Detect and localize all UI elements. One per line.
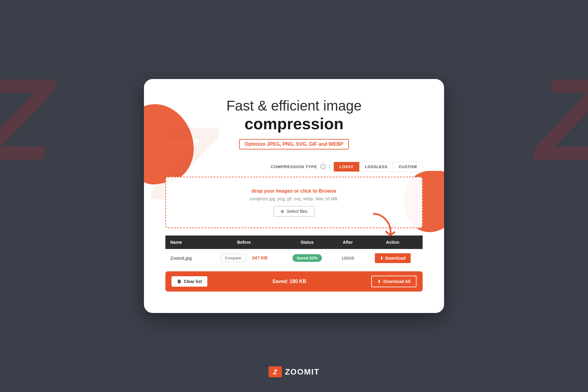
header-subtitle: Optimize JPEG, PNG, SVG, GIF and WEBP [239,139,349,149]
compression-type-group: LOSSY LOSSLESS CUSTOM [334,162,423,172]
compression-type-row: COMPRESSION TYPE i : LOSSY LOSSLESS CUST… [165,162,423,172]
cell-before: Compare 347 KB [206,249,281,268]
after-size: 166KB [341,256,354,261]
col-after: After [333,236,363,249]
bg-z-left: Z [0,61,53,178]
download-all-button[interactable]: ⬇ Download All [371,276,417,287]
zoomit-logo-icon: Z [268,366,282,377]
download-button[interactable]: ⬇ Download [375,253,411,263]
file-table: Name Before Status After Action Zoomit.j… [165,236,423,268]
plus-icon: ⊕ [281,209,284,214]
select-files-button[interactable]: ⊕ Select files [273,206,315,217]
status-badge: Saved 52% [292,254,322,262]
compression-info-icon[interactable]: i [320,164,326,169]
drop-primary-text: drop your images or click to Browse [172,188,416,194]
table-header-row: Name Before Status After Action [165,236,423,249]
col-before: Before [206,236,281,249]
download-all-icon: ⬇ [377,279,381,284]
btn-lossy[interactable]: LOSSY [334,162,359,172]
table-row: Zoomit.jpg Compare 347 KB Saved 52% 166K… [165,249,423,268]
bg-z-right: Z [535,61,588,178]
file-name: Zoomit.jpg [165,249,206,268]
col-name: Name [165,236,206,249]
download-icon: ⬇ [380,256,383,261]
drop-secondary-text: compress jpg, png, gif, svg, webp. Max 1… [172,196,416,201]
clear-list-button[interactable]: 🗑 Clear list [172,276,207,287]
footer: Z ZOOMIT [268,366,319,377]
clear-icon: 🗑 [177,279,181,284]
svg-text:Z: Z [273,368,278,376]
zoomit-brand-name: ZOOMIT [285,367,319,377]
col-action: Action [363,236,423,249]
btn-custom[interactable]: CUSTOM [393,162,422,172]
compression-type-label: COMPRESSION TYPE [271,164,317,169]
before-size: 347 KB [252,255,268,260]
colon: : [329,164,330,169]
saved-text: Saved: 180 KB [272,279,306,284]
cell-after: 166KB [333,249,363,268]
drop-zone[interactable]: drop your images or click to Browse comp… [165,177,423,228]
header-title-light: Fast & efficient image compression [165,97,423,134]
page-header: Fast & efficient image compression Optim… [165,97,423,149]
btn-lossless[interactable]: LOSSLESS [359,162,393,172]
bottom-bar: 🗑 Clear list Saved: 180 KB ⬇ Download Al… [165,271,423,292]
header-title-bold: compression [165,114,423,133]
zoomit-logo: Z ZOOMIT [268,366,319,377]
compare-button[interactable]: Compare [220,254,246,262]
cell-status: Saved 52% [281,249,333,268]
main-card: Z Fast & efficient image compression Opt… [144,79,444,313]
cell-action: ⬇ Download [363,249,423,268]
col-status: Status [281,236,333,249]
